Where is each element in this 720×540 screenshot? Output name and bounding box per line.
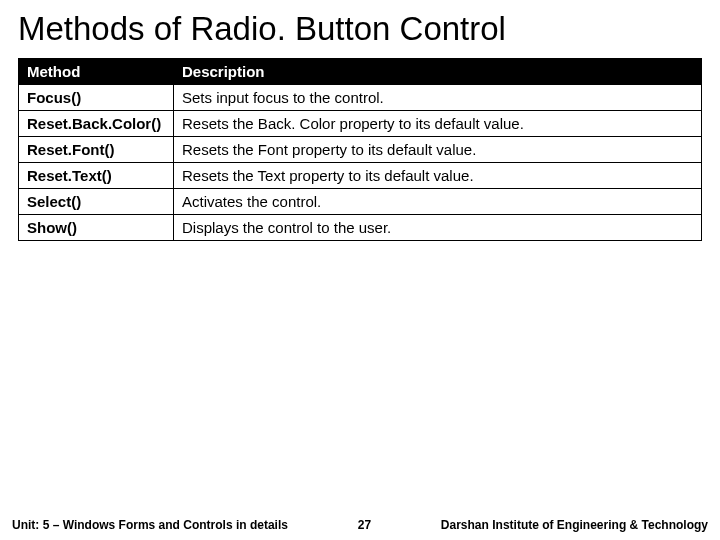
footer-unit: Unit: 5 – Windows Forms and Controls in … — [12, 518, 288, 532]
cell-description: Resets the Back. Color property to its d… — [174, 111, 702, 137]
table-row: Focus() Sets input focus to the control. — [19, 85, 702, 111]
table-row: Reset.Back.Color() Resets the Back. Colo… — [19, 111, 702, 137]
table-row: Select() Activates the control. — [19, 189, 702, 215]
cell-method: Reset.Back.Color() — [19, 111, 174, 137]
cell-description: Sets input focus to the control. — [174, 85, 702, 111]
cell-description: Displays the control to the user. — [174, 215, 702, 241]
cell-description: Activates the control. — [174, 189, 702, 215]
cell-method: Show() — [19, 215, 174, 241]
footer: Unit: 5 – Windows Forms and Controls in … — [0, 518, 720, 532]
footer-institute: Darshan Institute of Engineering & Techn… — [441, 518, 708, 532]
cell-method: Reset.Text() — [19, 163, 174, 189]
header-method: Method — [19, 59, 174, 85]
table-row: Reset.Font() Resets the Font property to… — [19, 137, 702, 163]
slide: Methods of Radio. Button Control Method … — [0, 0, 720, 540]
cell-method: Reset.Font() — [19, 137, 174, 163]
table-row: Reset.Text() Resets the Text property to… — [19, 163, 702, 189]
table-header-row: Method Description — [19, 59, 702, 85]
footer-page: 27 — [334, 518, 394, 532]
cell-description: Resets the Text property to its default … — [174, 163, 702, 189]
cell-method: Focus() — [19, 85, 174, 111]
cell-method: Select() — [19, 189, 174, 215]
cell-description: Resets the Font property to its default … — [174, 137, 702, 163]
slide-title: Methods of Radio. Button Control — [18, 10, 702, 48]
header-description: Description — [174, 59, 702, 85]
methods-table: Method Description Focus() Sets input fo… — [18, 58, 702, 241]
table-row: Show() Displays the control to the user. — [19, 215, 702, 241]
